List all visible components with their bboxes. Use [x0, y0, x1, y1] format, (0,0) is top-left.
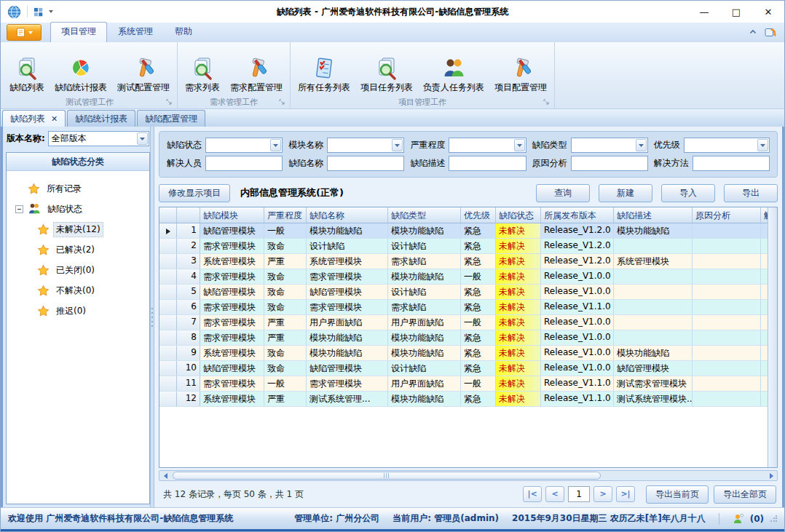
table-row[interactable]: 8需求管理模块严重模块功能缺陷模块功能缺陷紧急未解决Release_V1.0.0 [159, 330, 768, 346]
ribbon-button-defect-report[interactable]: 缺陷统计报表 [50, 44, 112, 95]
page-first-button[interactable]: |< [523, 486, 542, 502]
ribbon-button-project-tasks[interactable]: 项目任务列表 [355, 44, 418, 95]
column-header[interactable]: 严重程度 [264, 207, 307, 223]
collapse-expander-icon[interactable] [15, 205, 23, 213]
column-header[interactable]: 缺陷类型 [388, 207, 461, 223]
tree-item-all-records[interactable]: 所有记录 [15, 178, 148, 199]
table-row[interactable]: 1缺陷管理模块一般模块功能缺陷模块功能缺陷紧急未解决Release_V1.2.0… [159, 223, 768, 239]
column-header[interactable]: 缺陷模块 [200, 207, 264, 223]
ribbon-button-project-config[interactable]: 项目配置管理 [489, 44, 552, 95]
combo-dropdown-icon[interactable] [270, 139, 281, 151]
dialog-launcher-icon[interactable] [166, 99, 173, 106]
filter-input-defect-name[interactable] [327, 156, 404, 171]
new-button[interactable]: 新建 [599, 184, 652, 202]
tree-item-label: 已解决(2) [54, 243, 97, 257]
filter-combo-priority[interactable] [684, 138, 770, 153]
filter-combo-module-name[interactable] [327, 138, 404, 153]
dialog-launcher-icon[interactable] [543, 99, 550, 106]
data-cell: 致命 [264, 300, 307, 314]
ribbon-button-defect-list[interactable]: 缺陷列表 [4, 44, 50, 95]
resize-grip-icon[interactable] [770, 515, 777, 523]
quick-access-grid-icon[interactable] [33, 7, 43, 17]
ribbon-group-label: 项目管理工作 [398, 97, 446, 108]
data-cell: 模块功能缺陷 [388, 392, 461, 406]
doc-tab-defect-config[interactable]: 缺陷配置管理 [137, 110, 205, 127]
tree-item-unresolved[interactable]: 未解决(12) [15, 219, 148, 239]
combo-dropdown-icon[interactable] [636, 139, 647, 151]
ribbon-button-all-tasks[interactable]: 所有任务列表 [293, 44, 355, 95]
collapse-ribbon-icon[interactable] [749, 28, 757, 36]
ribbon-help-icon[interactable] [765, 26, 777, 38]
table-row[interactable]: 5缺陷管理模块致命缺陷管理模块设计缺陷紧急未解决Release_V1.0.0 [159, 285, 768, 300]
import-button[interactable]: 导入 [661, 184, 715, 202]
table-row[interactable]: 4需求管理模块致命需求管理模块模块功能缺陷一般未解决Release_V1.0.0 [159, 269, 768, 285]
modify-display-columns-button[interactable]: 修改显示项目 [159, 184, 230, 202]
column-header[interactable]: 原因分析 [693, 207, 761, 223]
ribbon-tab-help[interactable]: 帮助 [164, 22, 203, 42]
column-header[interactable]: 缺陷状态 [496, 207, 541, 223]
scrollbar-thumb[interactable] [173, 472, 601, 480]
table-row[interactable]: 6需求管理模块致命需求管理模块需求缺陷紧急未解决Release_V1.1.0 [159, 300, 768, 315]
column-header[interactable]: 解决方法 [761, 207, 768, 223]
filter-combo-defect-type[interactable] [571, 138, 648, 153]
table-row[interactable]: 12系统管理模块严重测试系统管理...模块功能缺陷紧急未解决Release_V1… [159, 392, 768, 407]
ribbon-button-requirement-list[interactable]: 需求列表 [180, 44, 225, 95]
data-cell [693, 285, 761, 299]
scroll-right-icon[interactable] [765, 471, 777, 480]
tree-item-postponed[interactable]: 推迟(0) [15, 301, 148, 321]
tree-item-defect-status[interactable]: 缺陷状态 [15, 199, 148, 219]
doc-tab-defect-list[interactable]: 缺陷列表✕ [2, 110, 66, 127]
table-row[interactable]: 2需求管理模块致命设计缺陷设计缺陷紧急未解决Release_V1.2.0 [159, 239, 768, 254]
minimize-button[interactable]: — [688, 1, 720, 23]
ribbon-tab-project-management[interactable]: 项目管理 [50, 22, 107, 42]
horizontal-scrollbar[interactable] [159, 470, 778, 481]
filter-input-resolver[interactable] [205, 156, 283, 171]
table-row[interactable]: 3系统管理模块严重系统管理模块需求缺陷紧急未解决Release_V1.2.0系统… [159, 254, 768, 269]
page-next-button[interactable]: > [593, 486, 612, 502]
application-menu-button[interactable] [7, 24, 42, 41]
filter-combo-severity[interactable] [449, 138, 526, 153]
table-row[interactable]: 7需求管理模块严重用户界面缺陷用户界面缺陷一般未解决Release_V1.0.0 [159, 315, 768, 330]
version-combobox[interactable]: 全部版本 [48, 131, 149, 146]
combo-dropdown-icon[interactable] [392, 139, 403, 151]
vertical-scrollbar[interactable] [768, 207, 777, 467]
ribbon-button-test-config[interactable]: 测试配置管理 [112, 44, 175, 95]
dialog-launcher-icon[interactable] [279, 99, 285, 106]
close-tab-icon[interactable]: ✕ [51, 114, 58, 124]
data-cell: 模块功能缺陷 [388, 346, 461, 360]
export-all-pages-button[interactable]: 导出全部页 [714, 485, 776, 504]
doc-tab-label: 缺陷列表 [10, 113, 45, 125]
scroll-left-icon[interactable] [159, 471, 171, 480]
filter-input-defect-desc[interactable] [449, 156, 526, 171]
close-button[interactable]: ✕ [752, 1, 784, 23]
column-header[interactable]: 缺陷名称 [307, 207, 388, 223]
table-row[interactable]: 10缺陷管理模块致命缺陷管理模块设计缺陷紧急未解决Release_V1.0.0缺… [159, 361, 768, 376]
tree-item-wont-fix[interactable]: 不解决(0) [15, 280, 148, 301]
combo-dropdown-icon[interactable] [514, 139, 525, 151]
table-row[interactable]: 9系统管理模块致命模块功能缺陷模块功能缺陷紧急未解决Release_V1.0.0… [159, 346, 768, 361]
filter-combo-defect-status[interactable] [205, 138, 283, 153]
maximize-button[interactable]: □ [720, 1, 752, 23]
page-last-button[interactable]: >| [616, 486, 635, 502]
export-button[interactable]: 导出 [724, 184, 778, 202]
table-row[interactable]: 11需求管理模块一般需求管理模块用户界面缺陷一般未解决Release_V1.1.… [159, 376, 768, 392]
query-button[interactable]: 查询 [536, 184, 590, 202]
page-prev-button[interactable]: < [545, 486, 564, 502]
export-current-page-button[interactable]: 导出当前页 [646, 485, 709, 504]
combo-dropdown-icon[interactable] [757, 139, 768, 151]
filter-input-cause-analysis[interactable] [571, 156, 648, 171]
ribbon-button-owner-tasks[interactable]: 负责人任务列表 [418, 44, 489, 95]
page-number-input[interactable] [568, 486, 590, 502]
ribbon-tab-system-management[interactable]: 系统管理 [107, 22, 164, 42]
quick-access-dropdown-icon[interactable] [49, 10, 53, 13]
filter-input-solution[interactable] [693, 156, 770, 171]
tree-item-closed[interactable]: 已关闭(0) [15, 260, 148, 280]
column-header[interactable]: 所属发布版本 [541, 207, 614, 223]
ribbon-button-requirement-config[interactable]: 需求配置管理 [225, 44, 288, 95]
column-header[interactable]: 缺陷描述 [614, 207, 693, 223]
combo-dropdown-icon[interactable] [137, 132, 148, 145]
doc-tab-defect-report[interactable]: 缺陷统计报表 [67, 110, 135, 127]
filter-field-solution: 解决方法 [654, 156, 770, 171]
tree-item-resolved[interactable]: 已解决(2) [15, 239, 148, 260]
column-header[interactable]: 优先级 [461, 207, 496, 223]
